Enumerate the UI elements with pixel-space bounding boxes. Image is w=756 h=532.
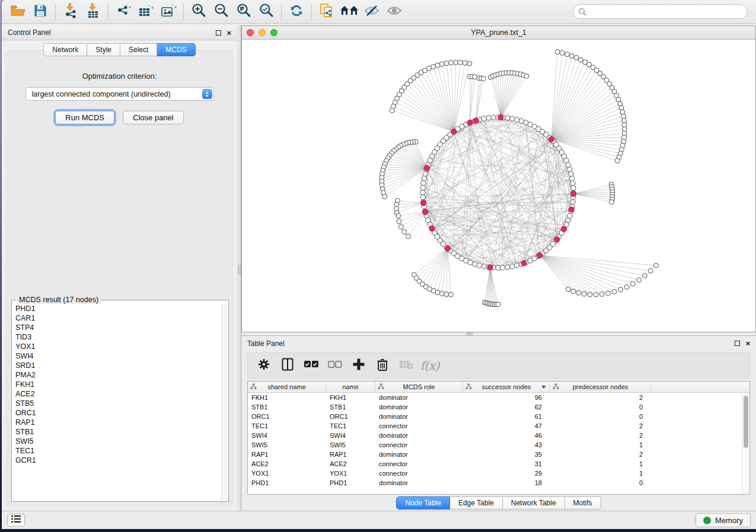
export-table-button[interactable] (135, 2, 157, 21)
cell-predecessor_nodes: 1 (550, 459, 651, 469)
export-image-button[interactable] (157, 2, 180, 21)
cell-name: FKH1 (326, 393, 375, 402)
mcds-result-item[interactable]: SRD1 (15, 361, 221, 370)
cell-shared_name: RAP1 (248, 450, 326, 459)
function-builder-button: f(x) (421, 357, 439, 374)
table-row[interactable]: STB1STB1dominator620 (248, 402, 749, 412)
zoom-selected-button[interactable] (255, 2, 277, 21)
network-canvas[interactable] (242, 40, 755, 332)
tab-mcds[interactable]: MCDS (157, 43, 195, 56)
mcds-list-scrollbar[interactable] (221, 304, 228, 501)
mcds-result-item[interactable]: TID3 (15, 332, 221, 342)
mcds-result-item[interactable]: ORC1 (15, 408, 221, 418)
column-header-MCDS-role[interactable]: MCDS role (375, 382, 463, 392)
plus-icon (352, 358, 365, 373)
zoom-in-button[interactable] (187, 2, 210, 21)
table-row[interactable]: FKH1FKH1dominator962 (248, 393, 749, 402)
columns-icon (282, 358, 294, 373)
tab-network-table[interactable]: Network Table (503, 496, 565, 509)
export-image-icon (161, 3, 177, 21)
add-column-button[interactable] (350, 357, 368, 374)
mcds-result-list[interactable]: PHD1CAR1STP4TID3YOX1SWI4SRD1PMA2FKH1ACE2… (12, 304, 221, 501)
import-network-button[interactable] (59, 2, 82, 21)
mcds-result-item[interactable]: STB1 (15, 427, 221, 437)
mcds-result-item[interactable]: RAP1 (15, 418, 221, 427)
refresh-icon (289, 3, 304, 21)
save-session-button[interactable] (29, 2, 52, 21)
clone-network-button[interactable] (315, 2, 338, 21)
delete-column-button[interactable] (374, 357, 391, 374)
network-window-titlebar[interactable]: YPA_prune.txt_1 (242, 26, 755, 40)
mcds-result-item[interactable]: STB5 (15, 399, 221, 408)
search-input[interactable] (573, 4, 748, 19)
table-row[interactable]: SWI5SWI5connector431 (248, 440, 749, 450)
control-panel-title: Control Panel (8, 28, 51, 37)
table-panel: Table Panel × (241, 335, 756, 511)
refresh-button[interactable] (285, 2, 308, 21)
optimization-criterion-select[interactable]: largest connected component (undirected)… (25, 87, 214, 101)
cell-mcds_role: connector (375, 469, 463, 478)
deselect-all-rows-button[interactable] (326, 357, 344, 374)
float-panel-icon[interactable] (216, 30, 221, 36)
delete-table-icon (399, 360, 413, 371)
table-row[interactable]: RAP1RAP1dominator352 (248, 450, 749, 459)
mcds-result-item[interactable]: PMA2 (15, 370, 221, 380)
import-table-button[interactable] (82, 2, 104, 21)
table-scrollbar-thumb[interactable] (744, 396, 748, 448)
trash-icon (377, 358, 388, 374)
close-panel-icon[interactable]: × (745, 341, 750, 346)
tab-motifs[interactable]: Motifs (565, 496, 601, 509)
open-session-button[interactable] (7, 2, 29, 21)
table-row[interactable]: ORC1ORC1dominator610 (248, 412, 749, 421)
mcds-result-item[interactable]: GCR1 (15, 456, 221, 465)
table-row[interactable]: SWI4SWI4dominator462 (248, 431, 749, 440)
toolbar-separator (55, 4, 56, 20)
vertical-splitter[interactable] (237, 25, 241, 511)
column-header-predecessor-nodes[interactable]: predecessor nodes (550, 382, 651, 392)
show-all-button[interactable] (383, 2, 406, 21)
tab-style[interactable]: Style (87, 43, 120, 56)
mcds-result-item[interactable]: ACE2 (15, 389, 221, 399)
first-neighbors-button[interactable] (338, 2, 361, 21)
splitter-handle[interactable] (238, 265, 241, 274)
table-scrollbar[interactable] (742, 393, 749, 494)
column-header-name[interactable]: name (326, 382, 375, 392)
table-row[interactable]: TEC1TEC1connector472 (248, 421, 749, 431)
column-visibility-button[interactable] (279, 357, 296, 374)
table-row[interactable]: ACE2ACE2connector311 (248, 459, 749, 469)
close-panel-button[interactable]: Close panel (123, 111, 184, 124)
zoom-out-button[interactable] (210, 2, 232, 21)
select-all-rows-button[interactable] (302, 357, 320, 374)
main-toolbar (2, 0, 756, 24)
tab-select[interactable]: Select (120, 43, 157, 56)
mcds-result-item[interactable]: PHD1 (15, 304, 221, 313)
table-row[interactable]: PHD1PHD1dominator180 (248, 478, 749, 488)
mcds-result-item[interactable]: FKH1 (15, 380, 221, 389)
task-history-button[interactable] (7, 514, 25, 527)
cell-name: YOX1 (326, 469, 375, 478)
cell-successor_nodes: 29 (463, 469, 550, 478)
close-panel-icon[interactable]: × (227, 30, 231, 36)
memory-button[interactable]: Memory (696, 513, 751, 527)
mcds-result-item[interactable]: STP4 (15, 323, 221, 332)
import-network-icon (63, 3, 78, 21)
column-header-shared-name[interactable]: shared name (248, 382, 326, 392)
table-options-button[interactable] (255, 357, 273, 374)
mcds-result-item[interactable]: TEC1 (15, 446, 221, 456)
run-mcds-button[interactable]: Run MCDS (55, 111, 114, 124)
zoom-fit-button[interactable] (232, 2, 255, 21)
horizontal-splitter-handle[interactable] (466, 332, 473, 335)
mcds-result-item[interactable]: SWI5 (15, 437, 221, 446)
mcds-result-item[interactable]: SWI4 (15, 351, 221, 361)
node-table[interactable]: shared namenameMCDS rolesuccessor nodesp… (247, 381, 750, 495)
mcds-result-item[interactable]: YOX1 (15, 342, 221, 351)
float-panel-icon[interactable] (735, 341, 740, 346)
column-header-successor-nodes[interactable]: successor nodes (463, 382, 550, 392)
hide-selected-button[interactable] (361, 2, 383, 21)
tab-edge-table[interactable]: Edge Table (450, 496, 503, 509)
export-network-button[interactable] (112, 2, 135, 21)
mcds-result-item[interactable]: CAR1 (15, 313, 221, 323)
tab-network[interactable]: Network (43, 43, 87, 56)
table-row[interactable]: YOX1YOX1connector291 (248, 469, 749, 478)
tab-node-table[interactable]: Node Table (396, 496, 450, 509)
